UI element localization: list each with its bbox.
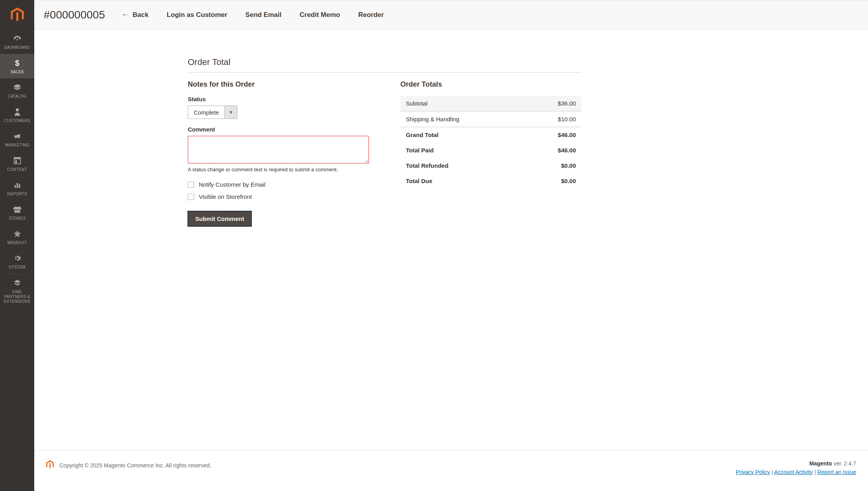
send-email-button[interactable]: Send Email	[244, 8, 283, 22]
sidebar-label: REPORTS	[7, 192, 27, 196]
totals-label: Grand Total	[400, 127, 525, 143]
gear-icon	[14, 254, 21, 263]
magento-footer-logo-icon	[46, 460, 54, 470]
comment-hint: A status change or comment text is requi…	[188, 167, 377, 172]
magento-logo[interactable]	[0, 0, 34, 30]
sidebar-item-sales[interactable]: $ SALES	[0, 54, 34, 78]
sidebar-label: DASHBOARD	[4, 45, 30, 50]
magento-logo-icon	[11, 7, 24, 22]
order-number-title: #000000005	[44, 9, 105, 21]
totals-row-due: Total Due $0.00	[400, 173, 581, 189]
content-icon	[14, 156, 21, 165]
report-issue-link[interactable]: Report an Issue	[817, 469, 856, 475]
totals-label: Total Paid	[400, 143, 525, 158]
comment-textarea[interactable]	[188, 136, 369, 163]
totals-value: $46.00	[525, 127, 581, 143]
order-totals-table: Subtotal $36.00 Shipping & Handling $10.…	[400, 96, 581, 189]
content: Order Total Notes for this Order Status …	[34, 30, 868, 450]
customers-icon	[15, 107, 20, 116]
order-total-heading: Order Total	[188, 57, 581, 72]
totals-row-paid: Total Paid $46.00	[400, 143, 581, 158]
sidebar-label: CONTENT	[7, 167, 27, 172]
checkbox-icon	[188, 194, 194, 200]
notes-heading: Notes for this Order	[188, 80, 377, 89]
svg-rect-8	[19, 184, 20, 188]
notify-customer-label: Notify Customer by Email	[199, 181, 265, 188]
sidebar-label: SALES	[11, 70, 24, 74]
privacy-policy-link[interactable]: Privacy Policy	[736, 469, 770, 475]
visible-storefront-checkbox[interactable]: Visible on Storefront	[188, 193, 377, 200]
status-select[interactable]: Complete ▼	[188, 106, 237, 119]
credit-memo-label: Credit Memo	[300, 11, 340, 19]
footer-divider: |	[772, 469, 774, 475]
totals-value: $10.00	[525, 111, 581, 127]
sidebar-label: FIND PARTNERS & EXTENSIONS	[2, 290, 33, 304]
sidebar-item-catalog[interactable]: CATALOG	[0, 78, 34, 103]
sidebar-item-mirasvit[interactable]: MIRASVIT	[0, 225, 34, 249]
svg-text:$: $	[15, 59, 19, 67]
totals-value: $36.00	[525, 96, 581, 111]
totals-label: Total Due	[400, 173, 525, 189]
sidebar-item-partners[interactable]: FIND PARTNERS & EXTENSIONS	[0, 274, 34, 308]
totals-label: Total Refunded	[400, 158, 525, 173]
totals-value: $46.00	[525, 143, 581, 158]
totals-value: $0.00	[525, 158, 581, 173]
status-value: Complete	[188, 106, 224, 119]
reorder-button[interactable]: Reorder	[357, 8, 385, 22]
footer-brand: Magento	[809, 460, 832, 467]
login-as-customer-label: Login as Customer	[167, 11, 227, 19]
visible-storefront-label: Visible on Storefront	[199, 193, 252, 200]
totals-label: Shipping & Handling	[400, 111, 525, 127]
totals-label: Subtotal	[400, 96, 525, 111]
reorder-label: Reorder	[358, 11, 384, 19]
dashboard-icon	[13, 34, 22, 43]
megaphone-icon	[13, 132, 21, 141]
svg-rect-0	[16, 38, 18, 41]
totals-row-subtotal: Subtotal $36.00	[400, 96, 581, 111]
order-totals-column: Order Totals Subtotal $36.00 Shipping & …	[400, 80, 581, 226]
totals-value: $0.00	[525, 173, 581, 189]
sidebar-label: MIRASVIT	[7, 241, 27, 245]
totals-row-grand: Grand Total $46.00	[400, 127, 581, 143]
sidebar-item-stores[interactable]: STORES	[0, 200, 34, 225]
back-label: Back	[133, 11, 149, 19]
partners-icon	[13, 279, 21, 287]
login-as-customer-button[interactable]: Login as Customer	[165, 8, 229, 22]
totals-row-refunded: Total Refunded $0.00	[400, 158, 581, 173]
sidebar-label: MARKETING	[5, 143, 29, 148]
svg-rect-4	[14, 157, 20, 159]
comment-label: Comment	[188, 126, 377, 133]
notify-customer-checkbox[interactable]: Notify Customer by Email	[188, 181, 377, 188]
sidebar-item-dashboard[interactable]: DASHBOARD	[0, 30, 34, 54]
back-button[interactable]: ← Back	[120, 7, 150, 22]
back-arrow-icon: ←	[122, 11, 129, 19]
dollar-icon: $	[15, 59, 20, 67]
svg-point-2	[16, 108, 19, 111]
reports-icon	[14, 181, 21, 189]
catalog-icon	[13, 83, 21, 92]
page-header: #000000005 ← Back Login as Customer Send…	[34, 0, 868, 30]
sidebar-label: STORES	[9, 216, 26, 221]
sidebar-item-content[interactable]: CONTENT	[0, 152, 34, 176]
footer-version: ver. 2.4.7	[832, 460, 856, 467]
sidebar-item-marketing[interactable]: MARKETING	[0, 127, 34, 152]
sidebar-item-system[interactable]: SYSTEM	[0, 249, 34, 274]
stores-icon	[13, 205, 21, 214]
account-activity-link[interactable]: Account Activity	[774, 469, 813, 475]
sidebar-item-reports[interactable]: REPORTS	[0, 176, 34, 200]
order-notes-column: Notes for this Order Status Complete ▼ C…	[188, 80, 377, 226]
sidebar-item-customers[interactable]: CUSTOMERS	[0, 103, 34, 127]
sidebar-label: CATALOG	[7, 94, 26, 99]
credit-memo-button[interactable]: Credit Memo	[298, 8, 342, 22]
mirasvit-icon	[14, 230, 21, 238]
submit-comment-button[interactable]: Submit Comment	[188, 211, 252, 226]
svg-rect-7	[17, 183, 18, 188]
send-email-label: Send Email	[245, 11, 281, 19]
svg-rect-5	[15, 160, 17, 163]
copyright-text: Copyright © 2025 Magento Commerce Inc. A…	[59, 462, 211, 469]
page-footer: Copyright © 2025 Magento Commerce Inc. A…	[34, 450, 868, 491]
checkbox-icon	[188, 182, 194, 188]
order-totals-heading: Order Totals	[400, 80, 581, 89]
chevron-down-icon: ▼	[224, 106, 237, 119]
status-label: Status	[188, 96, 377, 102]
